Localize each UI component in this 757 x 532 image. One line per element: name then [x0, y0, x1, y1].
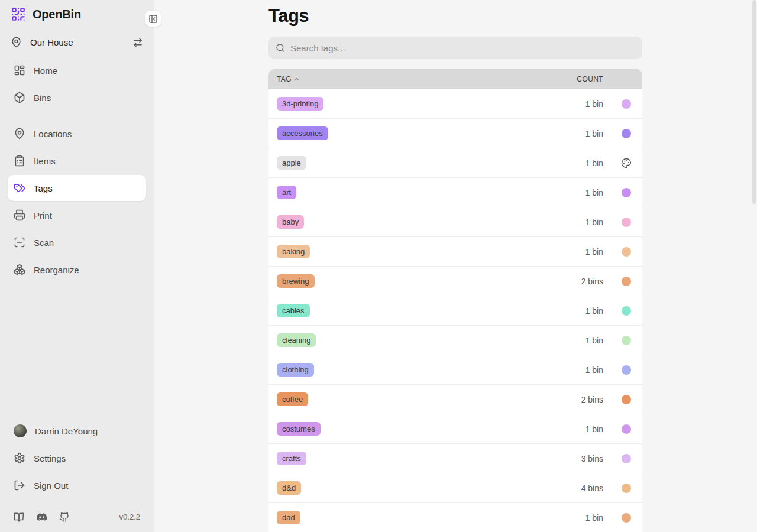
sidebar-collapse-button[interactable]: [145, 11, 161, 27]
tag-count: 1 bin: [585, 99, 603, 109]
github-icon[interactable]: [59, 512, 70, 523]
sidebar-footer: v0.2.2: [8, 499, 146, 532]
tag-pill[interactable]: cleaning: [277, 333, 316, 347]
tag-pill[interactable]: 3d-printing: [277, 97, 323, 111]
tag-color-dot: [622, 454, 631, 463]
search-input[interactable]: [290, 43, 635, 53]
swap-arrows-icon: [132, 37, 143, 48]
table-row: apple 1 bin: [268, 148, 642, 178]
table-row: dad 1 bin: [268, 503, 642, 532]
tag-color-button[interactable]: [621, 187, 632, 198]
tag-color-button[interactable]: [621, 453, 632, 464]
app-title: OpenBin: [33, 8, 81, 21]
tag-pill[interactable]: baby: [277, 215, 304, 229]
tag-count: 2 bins: [581, 277, 603, 286]
tag-color-button[interactable]: [621, 99, 632, 109]
search-icon: [276, 43, 285, 53]
sidebar-item-reorganize[interactable]: Reorganize: [8, 257, 146, 283]
table-row: crafts 3 bins: [268, 444, 642, 473]
tag-color-button[interactable]: [621, 394, 632, 405]
table-row: brewing 2 bins: [268, 267, 642, 296]
table-header: TAG COUNT: [268, 69, 642, 89]
tag-color-button[interactable]: [621, 128, 632, 139]
sidebar-item-settings[interactable]: Settings: [8, 445, 146, 471]
sidebar-item-scan[interactable]: Scan: [8, 229, 146, 255]
sidebar-item-tags[interactable]: Tags: [8, 175, 146, 201]
sidebar-item-label: Reorganize: [34, 265, 79, 275]
sidebar-item-label: Home: [34, 66, 57, 76]
table-row: art 1 bin: [268, 178, 642, 207]
main-content: Tags TAG COUNT 3d-printing 1 bin: [154, 0, 757, 532]
tag-color-dot: [622, 99, 631, 109]
tag-color-dot: [622, 188, 631, 197]
tag-count: 1 bin: [585, 306, 603, 316]
tag-color-button[interactable]: [621, 217, 632, 228]
tag-color-button[interactable]: [621, 276, 632, 287]
column-header-tag[interactable]: TAG: [277, 75, 300, 83]
docs-book-icon[interactable]: [14, 512, 24, 523]
sidebar-item-home[interactable]: Home: [8, 57, 146, 83]
tag-color-button[interactable]: [621, 483, 632, 494]
tag-color-dot: [622, 513, 631, 523]
sidebar-item-sign-out[interactable]: Sign Out: [8, 472, 146, 498]
tag-pill[interactable]: clothing: [277, 363, 314, 377]
tag-pill[interactable]: costumes: [277, 422, 321, 436]
tag-column-label: TAG: [277, 75, 292, 83]
tag-count: 2 bins: [581, 395, 603, 404]
tag-color-dot: [622, 277, 631, 286]
sidebar-item-label: Sign Out: [34, 481, 68, 491]
sidebar-item-label: Items: [34, 156, 56, 166]
tag-color-button[interactable]: [621, 158, 632, 168]
page-title: Tags: [268, 5, 642, 27]
table-row: cleaning 1 bin: [268, 326, 642, 355]
tag-pill[interactable]: d&d: [277, 481, 301, 495]
map-pin-icon: [14, 128, 25, 140]
user-menu[interactable]: Darrin DeYoung: [8, 418, 146, 444]
tag-pill[interactable]: brewing: [277, 274, 315, 288]
tag-pill[interactable]: coffee: [277, 392, 308, 406]
qr-code-logo-icon: [11, 7, 26, 22]
tag-pill[interactable]: dad: [277, 511, 300, 524]
tags-icon: [14, 182, 25, 194]
discord-icon[interactable]: [36, 511, 47, 523]
sidebar-item-print[interactable]: Print: [8, 202, 146, 228]
table-row: accessories 1 bin: [268, 119, 642, 148]
tag-color-button[interactable]: [621, 424, 632, 434]
sidebar-item-label: Scan: [34, 238, 54, 248]
tag-pill[interactable]: baking: [277, 245, 310, 258]
tag-color-button[interactable]: [621, 512, 632, 523]
tag-pill[interactable]: apple: [277, 156, 306, 170]
column-header-count[interactable]: COUNT: [577, 75, 603, 83]
table-row: costumes 1 bin: [268, 414, 642, 444]
sort-ascending-chevron-icon: [293, 76, 300, 83]
sidebar-item-label: Tags: [34, 183, 53, 193]
sidebar-item-items[interactable]: Items: [8, 148, 146, 174]
boxes-icon: [14, 264, 25, 275]
tag-color-button[interactable]: [621, 365, 632, 375]
tag-color-dot: [622, 424, 631, 434]
panel-collapse-icon: [148, 14, 158, 24]
user-name: Darrin DeYoung: [35, 426, 98, 436]
tag-pill[interactable]: crafts: [277, 452, 306, 465]
palette-icon: [621, 158, 632, 168]
tag-color-dot: [622, 336, 631, 345]
tag-count: 1 bin: [585, 247, 603, 257]
workspace-selector[interactable]: Our House: [0, 37, 154, 48]
nav-group-divider: [8, 112, 146, 119]
table-row: baking 1 bin: [268, 237, 642, 267]
tag-color-button[interactable]: [621, 306, 632, 316]
switch-workspace-button[interactable]: [132, 37, 143, 48]
scan-icon: [14, 236, 25, 248]
avatar: [14, 424, 27, 437]
tag-pill[interactable]: accessories: [277, 126, 328, 140]
sidebar-item-bins[interactable]: Bins: [8, 85, 146, 111]
vertical-scrollbar-thumb[interactable]: [752, 0, 756, 204]
tag-count: 1 bin: [585, 188, 603, 197]
table-row: 3d-printing 1 bin: [268, 89, 642, 119]
tag-color-button[interactable]: [621, 246, 632, 257]
tag-pill[interactable]: cables: [277, 304, 310, 317]
tag-color-button[interactable]: [621, 335, 632, 346]
tag-pill[interactable]: art: [277, 186, 296, 199]
sidebar-item-locations[interactable]: Locations: [8, 121, 146, 147]
app-logo: OpenBin: [0, 0, 154, 22]
